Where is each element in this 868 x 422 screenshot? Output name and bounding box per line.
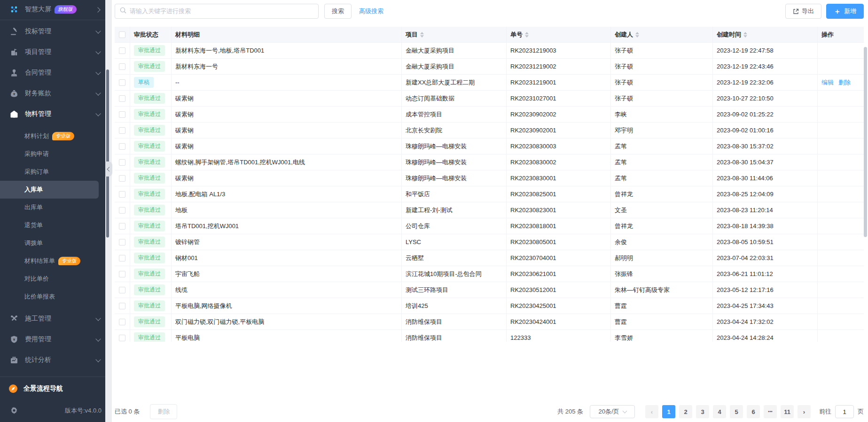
- actions-cell: [818, 202, 864, 218]
- row-checkbox[interactable]: [119, 143, 125, 150]
- row-checkbox-cell: [115, 234, 130, 250]
- delete-button[interactable]: 删除: [150, 404, 177, 419]
- edit-link[interactable]: 编辑: [821, 78, 834, 87]
- sidebar-item-物料管理[interactable]: 物料管理: [0, 104, 105, 124]
- row-checkbox[interactable]: [119, 111, 125, 118]
- sidebar-item-panorama-nav[interactable]: 全景流程导航: [0, 378, 105, 399]
- page-button-11[interactable]: 11: [781, 405, 794, 418]
- gear-icon[interactable]: [9, 407, 19, 415]
- sidebar-item-费用管理[interactable]: ¥费用管理: [0, 329, 105, 350]
- sidebar-item-智慧大屏[interactable]: 智慧大屏旗舰版: [0, 0, 105, 19]
- sidebar-scrollbar-track[interactable]: [105, 0, 112, 422]
- page-button-3[interactable]: 3: [696, 405, 709, 418]
- sidebar-subitem-调拨单[interactable]: 调拨单: [0, 234, 105, 252]
- sidebar-subitem-材料计划[interactable]: 材料计划专业版: [0, 127, 105, 145]
- status-cell: 审批通过: [130, 59, 172, 75]
- sort-icon[interactable]: [420, 32, 424, 38]
- sidebar-item-合同管理[interactable]: 合同管理: [0, 62, 105, 83]
- sidebar-item-施工管理[interactable]: 施工管理: [0, 308, 105, 329]
- sort-icon[interactable]: [635, 32, 639, 38]
- project-cell: 金融大厦采购项目: [402, 43, 507, 59]
- page-ellipsis-button[interactable]: •••: [764, 405, 777, 418]
- sort-icon[interactable]: [525, 32, 529, 38]
- status-badge: 审批通过: [134, 61, 165, 72]
- column-header-创建时间[interactable]: 创建时间: [713, 27, 818, 43]
- creator-cell: 张振锋: [611, 266, 713, 282]
- sidebar-subitem-采购订单[interactable]: 采购订单: [0, 163, 105, 181]
- row-checkbox[interactable]: [119, 223, 125, 230]
- row-checkbox[interactable]: [119, 239, 125, 246]
- actions-cell: 编辑删除: [818, 75, 864, 91]
- page-button-4[interactable]: 4: [713, 405, 726, 418]
- table-row: 审批通过平板电脑,网络摄像机培训425RK20230425001曹霆2023-0…: [115, 298, 864, 314]
- sidebar-item-统计分析[interactable]: 统计分析: [0, 350, 105, 370]
- export-button[interactable]: 导出: [785, 4, 821, 19]
- search-button[interactable]: 搜索: [324, 4, 352, 19]
- row-checkbox[interactable]: [119, 175, 125, 182]
- search-input[interactable]: 请输入关键字进行搜索: [115, 4, 319, 19]
- sidebar-item-投标管理[interactable]: 投标管理: [0, 21, 105, 42]
- row-checkbox-cell: [115, 298, 130, 314]
- row-checkbox[interactable]: [119, 47, 125, 54]
- sidebar-collapse-toggle[interactable]: [105, 161, 112, 176]
- sidebar-item-项目管理[interactable]: 项目管理: [0, 42, 105, 62]
- row-checkbox[interactable]: [119, 303, 125, 309]
- construction-icon: [9, 315, 19, 323]
- sidebar-subitem-入库单[interactable]: 入库单: [0, 181, 99, 199]
- row-checkbox[interactable]: [119, 271, 125, 277]
- row-checkbox[interactable]: [119, 159, 125, 166]
- sort-icon[interactable]: [743, 32, 747, 38]
- row-checkbox[interactable]: [119, 335, 125, 341]
- advanced-search-link[interactable]: 高级搜索: [359, 7, 383, 15]
- row-checkbox[interactable]: [119, 319, 125, 325]
- row-checkbox[interactable]: [119, 207, 125, 214]
- row-checkbox[interactable]: [119, 95, 125, 102]
- sidebar-subitem-出库单[interactable]: 出库单: [0, 199, 105, 216]
- sidebar-subitem-材料结算单[interactable]: 材料结算单专业版: [0, 252, 105, 270]
- chevron-down-icon: [96, 30, 101, 34]
- page-button-2[interactable]: 2: [679, 405, 692, 418]
- sidebar-scrollbar-thumb[interactable]: [106, 69, 109, 238]
- row-checkbox[interactable]: [119, 79, 125, 86]
- sidebar-subitem-退货单[interactable]: 退货单: [0, 216, 105, 234]
- column-header-项目[interactable]: 项目: [402, 27, 507, 43]
- project-icon: [9, 48, 19, 56]
- badge-专业版: 专业版: [58, 257, 80, 265]
- creator-cell: 张子硕: [611, 91, 713, 107]
- page-size-select[interactable]: 20条/页: [590, 405, 635, 418]
- sidebar-subitem-比价单报表[interactable]: 比价单报表: [0, 288, 105, 306]
- column-header-label: 创建时间: [717, 31, 741, 39]
- sidebar-item-财务账款[interactable]: ¥财务账款: [0, 83, 105, 104]
- creator-cell: 朱林—钉钉高级专家: [611, 282, 713, 298]
- page-button-5[interactable]: 5: [730, 405, 743, 418]
- sidebar-subitem-对比单价[interactable]: 对比单价: [0, 270, 105, 288]
- add-button[interactable]: ＋ 新增: [826, 4, 864, 19]
- delete-link[interactable]: 删除: [838, 78, 851, 87]
- column-header-创建人[interactable]: 创建人: [611, 27, 713, 43]
- row-checkbox-cell: [115, 170, 130, 186]
- row-checkbox[interactable]: [119, 191, 125, 198]
- table-row: 审批通过钢材001云栖墅RK20230704001郝明明2023-07-04 2…: [115, 250, 864, 266]
- chevron-down-icon: [96, 112, 101, 116]
- sidebar-subitem-采购申请[interactable]: 采购申请: [0, 145, 105, 163]
- prev-page-button[interactable]: ‹: [645, 405, 658, 418]
- goto-page-input[interactable]: 1: [835, 405, 854, 418]
- column-header-单号[interactable]: 单号: [507, 27, 611, 43]
- row-checkbox[interactable]: [119, 127, 125, 134]
- actions-cell: [818, 123, 864, 138]
- row-checkbox[interactable]: [119, 63, 125, 70]
- page-button-6[interactable]: 6: [747, 405, 760, 418]
- next-page-button[interactable]: ›: [798, 405, 811, 418]
- materials-cell: 新材料东海一号,地板,塔吊TD001: [172, 43, 402, 59]
- page-button-1[interactable]: 1: [662, 405, 675, 418]
- row-checkbox[interactable]: [119, 287, 125, 293]
- row-checkbox[interactable]: [119, 255, 125, 261]
- column-header-label: 审批状态: [134, 31, 158, 39]
- sidebar-subitem-label: 入库单: [24, 185, 43, 194]
- code-cell: RK20230830002: [507, 154, 611, 170]
- code-cell: 122333: [507, 330, 611, 342]
- table-scrollbar-thumb[interactable]: [864, 47, 867, 237]
- goto-page: 前往 1 页: [819, 405, 864, 418]
- select-all-checkbox[interactable]: [119, 31, 125, 38]
- status-badge: 审批通过: [134, 205, 165, 215]
